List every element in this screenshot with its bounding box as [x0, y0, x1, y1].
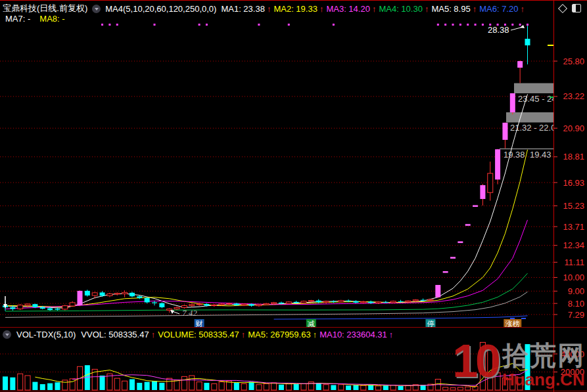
volume-bar-up[interactable]	[465, 387, 471, 390]
candle-limit-up[interactable]	[78, 291, 83, 305]
volume-bar-down[interactable]	[279, 385, 284, 390]
volume-bar-down[interactable]	[145, 382, 150, 390]
candle-up[interactable]	[174, 307, 179, 309]
volume-bar-down[interactable]	[47, 383, 53, 390]
volume-bar-up[interactable]	[510, 375, 515, 390]
volume-bar-down[interactable]	[398, 386, 404, 390]
candle-down[interactable]	[40, 307, 45, 309]
volume-bar-up[interactable]	[241, 383, 247, 390]
volume-bar-up[interactable]	[361, 385, 366, 390]
candle-down[interactable]	[368, 301, 373, 303]
volume-bar-up[interactable]	[18, 374, 23, 390]
candle-up[interactable]	[167, 309, 172, 310]
stock-title[interactable]: 宝鼎科技(日线.前复权)	[3, 3, 87, 14]
candle-up[interactable]	[189, 305, 195, 306]
candle-down[interactable]	[383, 302, 388, 303]
candle-flat[interactable]	[443, 271, 448, 273]
volume-bar-down[interactable]	[100, 376, 105, 390]
candle-up[interactable]	[406, 301, 411, 302]
candle-down[interactable]	[159, 303, 164, 307]
candle-flat[interactable]	[465, 224, 471, 226]
candle-down[interactable]	[10, 307, 15, 309]
candle-up[interactable]	[271, 303, 277, 303]
volume-bar-up[interactable]	[458, 387, 463, 390]
candle-up[interactable]	[376, 302, 381, 303]
volume-bar-down[interactable]	[32, 382, 37, 390]
candle-up[interactable]	[25, 304, 30, 305]
candle-down[interactable]	[32, 304, 37, 307]
volume-bar-down[interactable]	[294, 384, 299, 390]
candle-up[interactable]	[413, 300, 418, 301]
volume-bar-down[interactable]	[353, 385, 358, 390]
volume-bar-up[interactable]	[174, 380, 179, 390]
diamond-icon[interactable]	[558, 3, 567, 12]
volume-bar-up[interactable]	[502, 378, 507, 390]
candle-up[interactable]	[62, 306, 68, 309]
volume-bar-up[interactable]	[450, 388, 456, 390]
volume-bar-up[interactable]	[495, 373, 500, 390]
candle-down[interactable]	[294, 302, 299, 303]
candle-up[interactable]	[107, 294, 112, 296]
candle-flat[interactable]	[458, 242, 463, 244]
volume-bar-up[interactable]	[406, 385, 411, 390]
volume-bar-down[interactable]	[346, 385, 351, 390]
candle-up[interactable]	[323, 301, 329, 302]
volume-bar-up[interactable]	[390, 385, 396, 390]
volume-bar-down[interactable]	[152, 381, 157, 390]
candle-up[interactable]	[256, 305, 262, 306]
candle-up[interactable]	[241, 304, 247, 305]
candle-up[interactable]	[301, 301, 306, 303]
volume-bar-up[interactable]	[70, 379, 75, 390]
candle-up[interactable]	[227, 303, 232, 304]
volume-bar-up[interactable]	[271, 383, 277, 390]
volume-bar-up[interactable]	[212, 383, 217, 390]
volume-bar-down[interactable]	[421, 385, 426, 390]
candle-down[interactable]	[85, 291, 90, 295]
volume-bar-up[interactable]	[219, 382, 224, 390]
candle-limit-up[interactable]	[495, 149, 500, 179]
volume-bar-up[interactable]	[114, 378, 120, 390]
candle-up[interactable]	[181, 305, 187, 307]
candle-down[interactable]	[398, 301, 404, 302]
candle-up[interactable]	[361, 301, 366, 302]
volume-bar-up[interactable]	[181, 376, 187, 390]
volume-bar-down[interactable]	[234, 383, 239, 390]
indicator-name[interactable]: MA4(5,10,20,60,120,250,0,0)	[105, 4, 216, 14]
candle-down[interactable]	[234, 303, 239, 305]
candle-down[interactable]	[525, 39, 530, 45]
candle-down[interactable]	[129, 293, 135, 296]
volume-bar-down[interactable]	[249, 382, 254, 390]
candle-limit-up[interactable]	[480, 185, 485, 199]
candle-flat[interactable]	[473, 205, 478, 207]
volume-bar-down[interactable]	[331, 385, 336, 390]
volume-bar-down[interactable]	[3, 376, 8, 390]
candle-limit-up[interactable]	[510, 93, 515, 112]
volume-bar-down[interactable]	[10, 378, 15, 390]
volume-bar-up[interactable]	[286, 383, 291, 390]
volume-bar-down[interactable]	[55, 382, 60, 390]
volume-bar-up[interactable]	[264, 383, 269, 390]
candle-down[interactable]	[55, 309, 60, 309]
candle-down[interactable]	[204, 304, 209, 306]
candle-down[interactable]	[152, 302, 157, 303]
volume-bar-up[interactable]	[122, 381, 128, 390]
volume-bar-up[interactable]	[25, 376, 30, 390]
volume-bar-down[interactable]	[383, 385, 388, 390]
candle-up[interactable]	[122, 292, 128, 294]
candle-up[interactable]	[488, 173, 493, 192]
candle-down[interactable]	[346, 301, 351, 301]
candle-limit-up[interactable]	[517, 61, 523, 68]
candle-down[interactable]	[331, 301, 336, 302]
chevron-down-circle-icon[interactable]	[3, 330, 11, 339]
candle-up[interactable]	[219, 304, 224, 305]
volume-indicator-name[interactable]: VOL-TDX(5,10)	[16, 330, 76, 339]
volume-bar-up[interactable]	[197, 382, 202, 390]
chevron-down-circle-icon[interactable]	[92, 5, 101, 13]
candle-up[interactable]	[339, 301, 344, 302]
volume-bar-down[interactable]	[40, 384, 45, 390]
volume-bar-up[interactable]	[301, 383, 306, 390]
volume-bar-down[interactable]	[159, 383, 164, 390]
candle-up[interactable]	[308, 301, 314, 301]
candle-down[interactable]	[421, 300, 426, 301]
volume-bar-up[interactable]	[167, 378, 172, 390]
